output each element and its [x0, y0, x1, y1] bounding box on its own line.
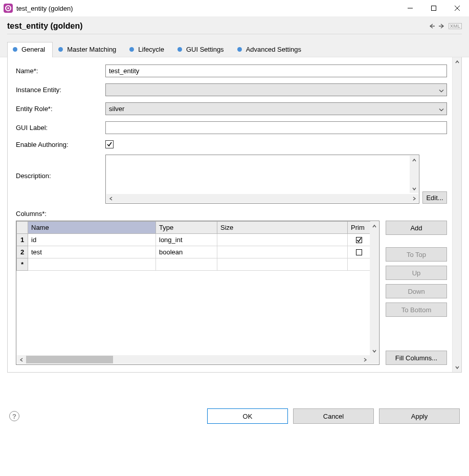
description-hscrollbar[interactable] — [106, 194, 418, 203]
cell-type[interactable]: long_int — [156, 234, 217, 246]
name-label: Name*: — [16, 67, 105, 75]
entity-role-select[interactable]: silver — [105, 102, 447, 115]
chevron-down-icon — [439, 86, 444, 94]
tab-advanced-settings[interactable]: Advanced Settings — [232, 42, 309, 57]
description-label: Description: — [16, 155, 105, 180]
window-title: test_entity (golden) — [16, 5, 73, 12]
row-number: 2 — [17, 246, 28, 258]
column-header-size[interactable]: Size — [217, 222, 348, 234]
gui-label-label: GUI Label: — [16, 124, 105, 132]
checkbox-checked-icon[interactable] — [356, 237, 362, 243]
column-button-group: Add To Top Up Down To Bottom Fill Column… — [386, 221, 447, 365]
row-number-header[interactable] — [17, 222, 28, 234]
chevron-down-icon — [439, 105, 444, 113]
to-bottom-button[interactable]: To Bottom — [386, 302, 447, 317]
scroll-down-icon[interactable] — [370, 347, 378, 355]
enable-authoring-label: Enable Authoring: — [16, 141, 105, 148]
nav-forward-icon[interactable] — [437, 23, 446, 30]
minimize-button[interactable] — [398, 0, 422, 16]
panel-vscrollbar[interactable] — [452, 57, 461, 372]
cell-size[interactable] — [217, 246, 348, 258]
tab-label: Advanced Settings — [246, 46, 301, 53]
column-header-prim[interactable]: Prim — [348, 222, 370, 234]
cancel-button[interactable]: Cancel — [293, 408, 374, 424]
scroll-right-icon[interactable] — [410, 194, 418, 203]
cell-type[interactable] — [156, 258, 217, 271]
down-button[interactable]: Down — [386, 284, 447, 298]
cell-size[interactable] — [217, 234, 348, 246]
table-hscrollbar[interactable] — [17, 355, 378, 364]
cell-prim[interactable] — [348, 246, 370, 258]
close-button[interactable] — [445, 0, 469, 16]
subheader: test_entity (golden) XML General Master … — [0, 16, 469, 57]
scroll-down-icon[interactable] — [410, 184, 418, 193]
scroll-up-icon[interactable] — [453, 57, 461, 67]
tab-label: Lifecycle — [138, 46, 164, 53]
cell-prim[interactable] — [348, 234, 370, 246]
edit-description-button[interactable]: Edit... — [422, 191, 447, 204]
tab-master-matching[interactable]: Master Matching — [53, 42, 124, 57]
maximize-button[interactable] — [422, 0, 445, 16]
description-vscrollbar[interactable] — [410, 156, 418, 193]
cell-prim[interactable] — [348, 258, 370, 271]
scroll-up-icon[interactable] — [370, 222, 378, 230]
apply-button[interactable]: Apply — [379, 408, 460, 424]
column-header-name[interactable]: Name — [28, 222, 156, 234]
tab-bar: General Master Matching Lifecycle GUI Se… — [7, 41, 462, 57]
columns-table[interactable]: Name Type Size Prim 1 id long_int — [16, 221, 379, 365]
column-header-type[interactable]: Type — [156, 222, 217, 234]
tab-label: Master Matching — [67, 46, 116, 53]
svg-rect-2 — [8, 8, 9, 9]
row-number-new: * — [17, 258, 28, 271]
entity-role-label: Entity Role*: — [16, 105, 105, 113]
table-row[interactable]: 2 test boolean — [17, 246, 370, 258]
cell-type[interactable]: boolean — [156, 246, 217, 258]
tab-gui-settings[interactable]: GUI Settings — [172, 42, 232, 57]
up-button[interactable]: Up — [386, 266, 447, 280]
tab-label: General — [21, 46, 45, 53]
fill-columns-button[interactable]: Fill Columns... — [386, 351, 447, 365]
cell-name[interactable]: test — [28, 246, 156, 258]
bullet-icon — [13, 47, 17, 52]
gui-label-input[interactable] — [105, 121, 447, 134]
hscroll-thumb[interactable] — [26, 356, 113, 363]
app-icon — [3, 3, 13, 13]
window-controls — [398, 0, 469, 16]
ok-button[interactable]: OK — [207, 408, 288, 424]
enable-authoring-checkbox[interactable] — [105, 140, 114, 148]
bullet-icon — [129, 47, 134, 52]
table-row[interactable]: 1 id long_int — [17, 234, 370, 246]
cell-size[interactable] — [217, 258, 348, 271]
scroll-left-icon[interactable] — [17, 355, 26, 364]
to-top-button[interactable]: To Top — [386, 247, 447, 262]
checkbox-unchecked-icon[interactable] — [356, 249, 362, 255]
scroll-down-icon[interactable] — [453, 363, 461, 372]
instance-entity-select[interactable] — [105, 83, 447, 96]
xml-view-button[interactable]: XML — [449, 23, 462, 29]
table-vscrollbar[interactable] — [370, 222, 378, 355]
cell-name[interactable] — [28, 258, 156, 271]
name-input[interactable] — [105, 64, 447, 77]
row-number: 1 — [17, 234, 28, 246]
tab-general[interactable]: General — [7, 42, 53, 57]
svg-rect-4 — [432, 6, 436, 11]
scroll-up-icon[interactable] — [410, 156, 418, 164]
main-panel: Name*: Instance Entity: Entity Role*: si… — [7, 57, 462, 373]
scroll-left-icon[interactable] — [106, 194, 115, 203]
scroll-right-icon[interactable] — [361, 355, 369, 364]
footer: ? OK Cancel Apply — [0, 373, 469, 433]
columns-label: Columns*: — [16, 210, 447, 218]
bullet-icon — [177, 47, 182, 52]
tab-label: GUI Settings — [186, 46, 224, 53]
nav-back-icon[interactable] — [427, 23, 436, 30]
entity-role-value: silver — [109, 105, 124, 113]
add-column-button[interactable]: Add — [386, 221, 447, 235]
page-title: test_entity (golden) — [7, 21, 426, 31]
tab-lifecycle[interactable]: Lifecycle — [124, 42, 172, 57]
bullet-icon — [58, 47, 63, 52]
help-icon[interactable]: ? — [9, 411, 19, 421]
cell-name[interactable]: id — [28, 234, 156, 246]
bullet-icon — [237, 47, 242, 52]
table-new-row[interactable]: * — [17, 258, 370, 271]
description-textarea[interactable] — [105, 155, 419, 204]
